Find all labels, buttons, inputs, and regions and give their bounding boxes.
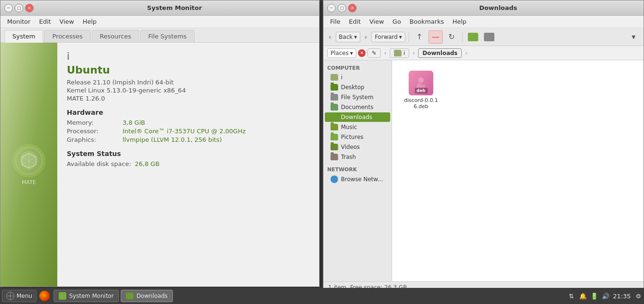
- fm-minimize-btn[interactable]: ─: [327, 4, 336, 12]
- sidebar-item-videos[interactable]: Videos: [325, 142, 390, 152]
- downloads-task-label: Downloads: [136, 293, 168, 299]
- sidebar-item-browse-network[interactable]: Browse Netw...: [325, 174, 390, 184]
- fm-menu-file[interactable]: File: [326, 17, 344, 26]
- sidebar-item-desktop[interactable]: Desktop: [325, 83, 390, 92]
- sysmon-menu-edit[interactable]: Edit: [35, 17, 54, 26]
- firefox-btn[interactable]: [39, 291, 50, 301]
- remove-bookmark-btn[interactable]: —: [429, 30, 443, 44]
- mate-logo-text: MATE: [22, 179, 36, 185]
- fm-menu-edit[interactable]: Edit: [345, 17, 365, 26]
- tray-volume-icon[interactable]: 🔊: [602, 292, 609, 300]
- tab-resources[interactable]: Resources: [92, 30, 139, 42]
- taskbar-items: System Monitor Downloads: [54, 290, 568, 302]
- tab-processes[interactable]: Processes: [44, 30, 90, 42]
- forward-button[interactable]: Forward ▾: [371, 32, 405, 42]
- crumb-sep1: ‹: [382, 48, 389, 58]
- sysmon-minimize-btn[interactable]: ─: [4, 4, 13, 12]
- sysmon-distro-name: Ubuntu: [67, 64, 310, 76]
- back-arrow-btn[interactable]: ‹: [326, 32, 334, 42]
- fm-maximize-btn[interactable]: □: [338, 4, 346, 12]
- sysmon-title: System Monitor: [34, 4, 315, 11]
- sidebar-label-network: Browse Netw...: [341, 176, 383, 183]
- crumb-downloads-btn[interactable]: Downloads: [418, 48, 462, 58]
- up-button[interactable]: ↑: [412, 30, 427, 44]
- file-name-discord: discord-0.0.16.deb: [402, 97, 439, 110]
- file-item-discord[interactable]: discord-0.0.16.deb: [400, 68, 442, 112]
- pictures-folder-icon: [331, 134, 338, 140]
- sysmon-memory-row: Memory: 3,8 GiB: [67, 119, 310, 126]
- computer-btn[interactable]: [482, 30, 496, 44]
- taskbar-left: Menu: [2, 290, 50, 302]
- sysmon-processor-value: Intel® Core™ i7-3537U CPU @ 2.00GHz: [123, 128, 246, 135]
- sysmon-menu-monitor[interactable]: Monitor: [3, 17, 34, 26]
- sysmon-taskbar-icon: [59, 292, 66, 300]
- fm-files-list: discord-0.0.16.deb: [400, 68, 636, 274]
- filemanager-window: ─ □ ✕ Downloads File Edit View Go Bookma…: [323, 0, 644, 293]
- sidebar-computer-section: Computer: [323, 63, 392, 72]
- mate-taskbar-icon: [6, 292, 15, 300]
- tray-settings-icon[interactable]: ⚙: [635, 292, 642, 300]
- sysmon-info-icon: i: [67, 50, 310, 62]
- fm-menu-help[interactable]: Help: [448, 17, 470, 26]
- sidebar-item-documents[interactable]: Documents: [325, 102, 390, 112]
- crumb-edit-btn[interactable]: ✎: [367, 48, 381, 58]
- taskbar: Menu System Monitor Downloads ⇅ 🔔 🔋 🔊 21…: [0, 288, 644, 304]
- sidebar-item-music[interactable]: Music: [325, 122, 390, 132]
- fm-pathbar: Places ▾ ✕ ✎ ‹ i › Downloads ›: [323, 46, 644, 60]
- sysmon-mate-ver: MATE 1.26.0: [67, 95, 310, 102]
- sidebar-item-downloads[interactable]: Downloads: [325, 112, 390, 122]
- deb-file-icon: [409, 71, 433, 95]
- sidebar-network-section: Network: [323, 165, 392, 174]
- sidebar-item-filesystem[interactable]: File System: [325, 92, 390, 102]
- sysmon-menu-help[interactable]: Help: [79, 17, 100, 26]
- sysmon-processor-row: Processor: Intel® Core™ i7-3537U CPU @ 2…: [67, 128, 310, 135]
- places-dropdown-icon: ▾: [350, 50, 353, 56]
- sidebar-label-videos: Videos: [341, 144, 360, 150]
- sysmon-menu-view[interactable]: View: [56, 17, 78, 26]
- sidebar-label-filesystem: File System: [341, 94, 374, 101]
- view-toggle-btn[interactable]: ▾: [626, 30, 641, 44]
- taskbar-sysmon[interactable]: System Monitor: [54, 290, 119, 302]
- sidebar-item-i[interactable]: i: [325, 73, 390, 82]
- pathbar-crumbs: ✎ ‹ i › Downloads ›: [367, 48, 470, 58]
- crumb-i-btn[interactable]: i: [390, 48, 409, 58]
- computer-icon: [484, 33, 494, 41]
- sysmon-titlebar: ─ □ ✕ System Monitor: [0, 0, 319, 16]
- crumb-i-label: i: [403, 50, 405, 56]
- fm-menu-bookmarks[interactable]: Bookmarks: [406, 17, 448, 26]
- fm-menu-go[interactable]: Go: [389, 17, 405, 26]
- sysmon-logo-panel: MATE: [0, 43, 57, 286]
- sidebar-item-trash[interactable]: Trash: [325, 152, 390, 162]
- refresh-button[interactable]: ↻: [445, 30, 459, 44]
- pathbar-clear-btn[interactable]: ✕: [358, 49, 366, 57]
- tab-system[interactable]: System: [4, 30, 43, 43]
- fm-menu-view[interactable]: View: [366, 17, 388, 26]
- fm-title: Downloads: [357, 4, 640, 11]
- sidebar-label-downloads: Downloads: [341, 114, 372, 120]
- taskbar-clock: 21:35: [613, 293, 631, 300]
- tray-bell-icon[interactable]: 🔔: [579, 292, 587, 300]
- downloads-folder-icon: [331, 114, 338, 120]
- crumb-sep3: ›: [463, 48, 470, 58]
- sysmon-maximize-btn[interactable]: □: [15, 4, 23, 12]
- tray-transfer-icon[interactable]: ⇅: [568, 292, 575, 300]
- taskbar-downloads[interactable]: Downloads: [121, 290, 173, 302]
- fm-close-btn[interactable]: ✕: [348, 4, 357, 12]
- new-folder-btn[interactable]: [466, 30, 480, 44]
- back-button[interactable]: Back ▾: [336, 32, 360, 42]
- taskbar-right: ⇅ 🔔 🔋 🔊 21:35 ⚙: [568, 292, 642, 300]
- sysmon-graphics-value: llvmpipe (LLVM 12.0.1, 256 bits): [123, 136, 222, 143]
- tab-filesystems[interactable]: File Systems: [140, 30, 195, 42]
- fm-main-area: Computer i Desktop File System Documents: [323, 60, 644, 281]
- sysmon-close-btn[interactable]: ✕: [25, 4, 34, 12]
- sysmon-disk-row: Available disk space: 26,8 GB: [67, 160, 310, 167]
- sidebar-label-music: Music: [341, 124, 357, 130]
- tray-battery-icon[interactable]: 🔋: [590, 292, 598, 300]
- taskbar-menu-btn[interactable]: Menu: [2, 290, 36, 302]
- sysmon-hardware-section: Hardware: [67, 109, 310, 116]
- fm-win-controls: ─ □ ✕: [327, 4, 357, 12]
- downloads-taskbar-icon: [126, 293, 134, 299]
- places-dropdown[interactable]: Places ▾: [327, 48, 356, 58]
- forward-nav-arrow[interactable]: ›: [362, 32, 370, 42]
- sidebar-item-pictures[interactable]: Pictures: [325, 132, 390, 142]
